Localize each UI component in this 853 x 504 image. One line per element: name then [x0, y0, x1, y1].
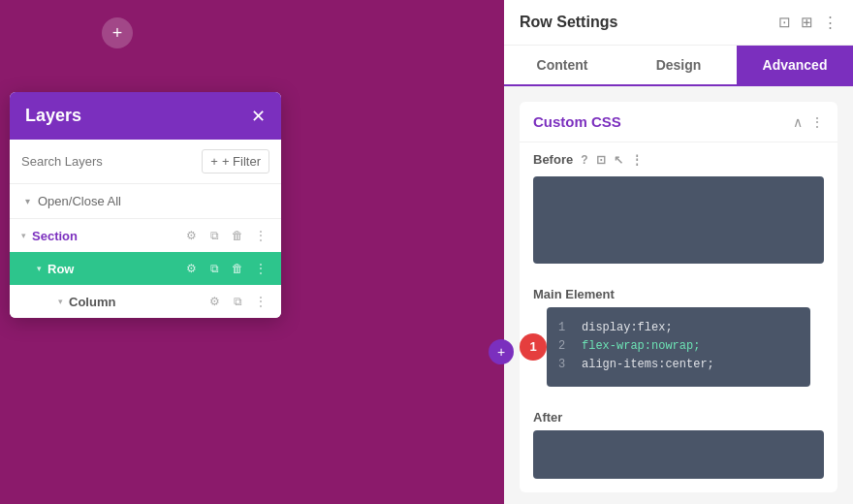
open-close-label: Open/Close All: [38, 194, 121, 208]
row-actions: ⚙ ⧉ 🗑 ⋮: [182, 260, 269, 277]
line-code-1: display:flex;: [582, 319, 673, 337]
css-section-controls: ∧ ⋮: [793, 114, 824, 130]
collapse-icon[interactable]: ∧: [793, 114, 803, 130]
add-element-button[interactable]: +: [102, 17, 133, 48]
split-icon[interactable]: ⊞: [801, 14, 813, 31]
main-element-label: Main Element: [520, 277, 837, 307]
before-text: Before: [533, 152, 573, 167]
canvas-edge-icon[interactable]: +: [489, 339, 514, 364]
duplicate-icon[interactable]: ⧉: [205, 227, 223, 244]
header-icons: ⊡ ⊞ ⋮: [778, 14, 837, 31]
close-icon: ✕: [251, 107, 266, 126]
duplicate-icon[interactable]: ⧉: [205, 260, 223, 277]
chevron-down-icon: ▾: [25, 196, 30, 206]
settings-header: Row Settings ⊡ ⊞ ⋮: [504, 0, 853, 46]
layer-column-label: Column: [69, 295, 205, 309]
help-icon[interactable]: ?: [581, 153, 587, 167]
after-code-editor[interactable]: [533, 430, 824, 479]
more-icon[interactable]: ⋮: [810, 114, 824, 130]
tablet-icon[interactable]: ⊡: [596, 153, 606, 167]
step-badge: 1: [520, 333, 547, 361]
chevron-icon: ▾: [58, 297, 63, 306]
tab-content[interactable]: Content: [504, 46, 620, 84]
duplicate-icon[interactable]: ⧉: [229, 293, 246, 310]
layer-row-label: Row: [47, 262, 182, 276]
layers-search-bar: + + Filter: [10, 140, 281, 184]
search-input[interactable]: [21, 154, 194, 169]
before-label-row: Before ? ⊡ ↖ ⋮: [520, 142, 837, 176]
more-icon[interactable]: ⋮: [252, 227, 269, 244]
settings-title: Row Settings: [520, 14, 617, 31]
step-number: 1: [529, 339, 536, 354]
layer-item-section[interactable]: ▾ Section ⚙ ⧉ 🗑 ⋮: [10, 219, 281, 252]
layer-item-row[interactable]: ▾ Row ⚙ ⧉ 🗑 ⋮: [10, 252, 281, 285]
delete-icon[interactable]: 🗑: [229, 260, 246, 277]
code-line-3: 3 align-items:center;: [558, 356, 799, 374]
tab-advanced[interactable]: Advanced: [737, 46, 853, 84]
plus-icon: +: [112, 23, 123, 44]
delete-icon[interactable]: 🗑: [229, 227, 246, 244]
before-code-editor[interactable]: [533, 176, 824, 264]
main-element-code-wrapper: 1 ▶ 1 display:flex; 2 flex-wrap:nowrap; …: [533, 307, 824, 387]
filter-icon: +: [210, 154, 218, 169]
line-number-2: 2: [558, 337, 570, 356]
custom-css-section: Custom CSS ∧ ⋮ Before ? ⊡ ↖ ⋮ Main Eleme…: [520, 102, 837, 492]
filter-label: + Filter: [222, 154, 261, 169]
line-number-1: 1: [558, 319, 570, 337]
code-line-2: 2 flex-wrap:nowrap;: [558, 337, 799, 356]
layers-header: Layers ✕: [10, 92, 281, 140]
layers-close-button[interactable]: ✕: [251, 108, 266, 125]
css-section-header: Custom CSS ∧ ⋮: [520, 102, 837, 142]
filter-button[interactable]: + + Filter: [202, 149, 269, 173]
line-code-3: align-items:center;: [582, 356, 714, 374]
more-icon[interactable]: ⋮: [252, 260, 269, 277]
open-close-all[interactable]: ▾ Open/Close All: [10, 184, 281, 218]
code-line-1: 1 display:flex;: [558, 319, 799, 337]
layers-title: Layers: [25, 106, 81, 126]
layers-panel: Layers ✕ + + Filter ▾ Open/Close All ▾ S…: [10, 92, 281, 318]
more-icon[interactable]: ⋮: [252, 293, 269, 310]
resize-icon[interactable]: ⊡: [778, 14, 791, 31]
settings-content: Custom CSS ∧ ⋮ Before ? ⊡ ↖ ⋮ Main Eleme…: [504, 86, 853, 504]
before-more-icon[interactable]: ⋮: [631, 153, 643, 167]
tab-design[interactable]: Design: [620, 46, 737, 84]
after-label: After: [520, 400, 837, 430]
line-number-3: 3: [558, 356, 570, 374]
column-actions: ⚙ ⧉ ⋮: [205, 293, 269, 310]
more-options-icon[interactable]: ⋮: [823, 14, 837, 31]
chevron-icon: ▾: [21, 231, 26, 240]
cursor-icon[interactable]: ↖: [614, 153, 623, 167]
settings-icon[interactable]: ⚙: [182, 227, 200, 244]
settings-icon[interactable]: ⚙: [182, 260, 200, 277]
chevron-icon: ▾: [37, 264, 42, 273]
line-code-2: flex-wrap:nowrap;: [582, 337, 700, 356]
section-actions: ⚙ ⧉ 🗑 ⋮: [182, 227, 269, 244]
layer-section-label: Section: [32, 229, 182, 243]
layer-item-column[interactable]: ▾ Column ⚙ ⧉ ⋮: [10, 285, 281, 318]
canvas-area: + Layers ✕ + + Filter ▾ Open/Close All ▾…: [0, 0, 504, 504]
settings-icon[interactable]: ⚙: [205, 293, 223, 310]
settings-panel: Row Settings ⊡ ⊞ ⋮ Content Design Advanc…: [504, 0, 853, 504]
custom-css-title: Custom CSS: [533, 113, 621, 130]
tabs-bar: Content Design Advanced: [504, 46, 853, 86]
main-element-code-editor[interactable]: 1 display:flex; 2 flex-wrap:nowrap; 3 al…: [547, 307, 810, 387]
